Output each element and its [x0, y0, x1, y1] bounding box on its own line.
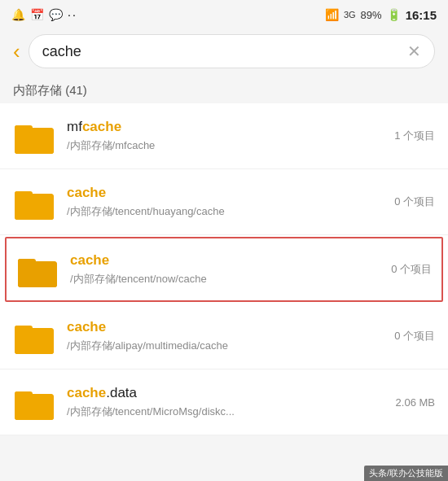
folder-icon	[13, 181, 55, 223]
file-info: cache /内部存储/alipay/multimedia/cache	[67, 319, 394, 353]
file-info: cache /内部存储/tencent/huayang/cache	[67, 185, 394, 219]
folder-icon	[16, 248, 59, 291]
svg-rect-4	[15, 125, 31, 133]
section-header: 内部存储 (41)	[0, 77, 448, 103]
more-icon: ··	[68, 8, 77, 21]
search-input[interactable]: cache	[42, 43, 407, 60]
file-name-prefix: mf	[67, 119, 82, 134]
file-item[interactable]: cache.data /内部存储/tencent/MicroMsg/diskc.…	[0, 369, 448, 435]
file-name-highlight: cache	[70, 252, 109, 268]
battery-percent: 89%	[361, 9, 382, 21]
file-name: cache	[70, 252, 391, 269]
notification-icon: 🔔	[11, 8, 25, 21]
wifi-icon: 📶	[325, 8, 339, 21]
file-name-highlight: cache	[67, 385, 106, 400]
file-item[interactable]: cache /内部存储/tencent/now/cache 0 个项目	[5, 237, 443, 302]
file-meta: 0 个项目	[391, 262, 432, 277]
file-item[interactable]: cache /内部存储/tencent/huayang/cache 0 个项目	[0, 169, 448, 235]
file-info: mfcache /内部存储/mfcache	[67, 119, 394, 153]
status-bar-left: 🔔 📅 💬 ··	[11, 8, 77, 21]
file-name: cache	[67, 319, 394, 335]
folder-icon	[13, 315, 55, 357]
folder-icon	[13, 381, 55, 423]
folder-icon	[13, 115, 55, 157]
svg-rect-8	[15, 196, 54, 220]
file-name: cache.data	[67, 385, 396, 401]
search-input-container[interactable]: cache ✕	[29, 34, 435, 68]
svg-rect-13	[18, 264, 57, 287]
watermark: 头条/联办公技能版	[364, 466, 448, 481]
battery-icon: 🔋	[387, 8, 401, 21]
file-info: cache /内部存储/tencent/now/cache	[70, 252, 391, 286]
search-clear-button[interactable]: ✕	[407, 42, 421, 61]
svg-rect-19	[15, 326, 31, 333]
file-path: /内部存储/mfcache	[67, 138, 394, 153]
status-bar: 🔔 📅 💬 ·· 📶 3G 89% 🔋 16:15	[0, 0, 448, 29]
signal-label: 3G	[344, 10, 356, 20]
file-name: mfcache	[67, 119, 394, 135]
message-icon: 💬	[49, 8, 63, 21]
file-item[interactable]: cache /内部存储/alipay/multimedia/cache 0 个项…	[0, 304, 448, 369]
file-name-highlight: cache	[67, 319, 106, 335]
svg-rect-18	[15, 330, 54, 354]
svg-rect-9	[15, 191, 31, 199]
file-path: /内部存储/alipay/multimedia/cache	[67, 339, 394, 353]
time-display: 16:15	[406, 8, 437, 22]
svg-rect-14	[18, 259, 34, 266]
file-info: cache.data /内部存储/tencent/MicroMsg/diskc.…	[67, 385, 396, 419]
back-button[interactable]: ‹	[13, 41, 20, 62]
file-path: /内部存储/tencent/now/cache	[70, 272, 391, 286]
file-item[interactable]: mfcache /内部存储/mfcache 1 个项目	[0, 103, 448, 169]
file-path: /内部存储/tencent/huayang/cache	[67, 204, 394, 219]
status-icons: 📶 3G 89% 🔋 16:15	[325, 8, 437, 22]
search-bar: ‹ cache ✕	[0, 29, 448, 77]
file-list: mfcache /内部存储/mfcache 1 个项目 cache /内部存储/…	[0, 103, 448, 435]
file-name: cache	[67, 185, 394, 201]
svg-rect-23	[15, 396, 54, 420]
file-name-suffix: .data	[106, 385, 137, 400]
file-meta: 0 个项目	[394, 195, 435, 209]
file-meta: 1 个项目	[394, 129, 435, 143]
svg-rect-3	[15, 130, 54, 154]
file-meta: 2.06 MB	[396, 396, 435, 409]
file-name-highlight: cache	[82, 119, 121, 134]
svg-rect-24	[15, 391, 31, 399]
file-meta: 0 个项目	[394, 329, 435, 343]
section-label: 内部存储 (41)	[13, 83, 87, 97]
file-name-highlight: cache	[67, 185, 106, 200]
file-path: /内部存储/tencent/MicroMsg/diskc...	[67, 404, 396, 419]
calendar-icon: 📅	[30, 8, 44, 21]
